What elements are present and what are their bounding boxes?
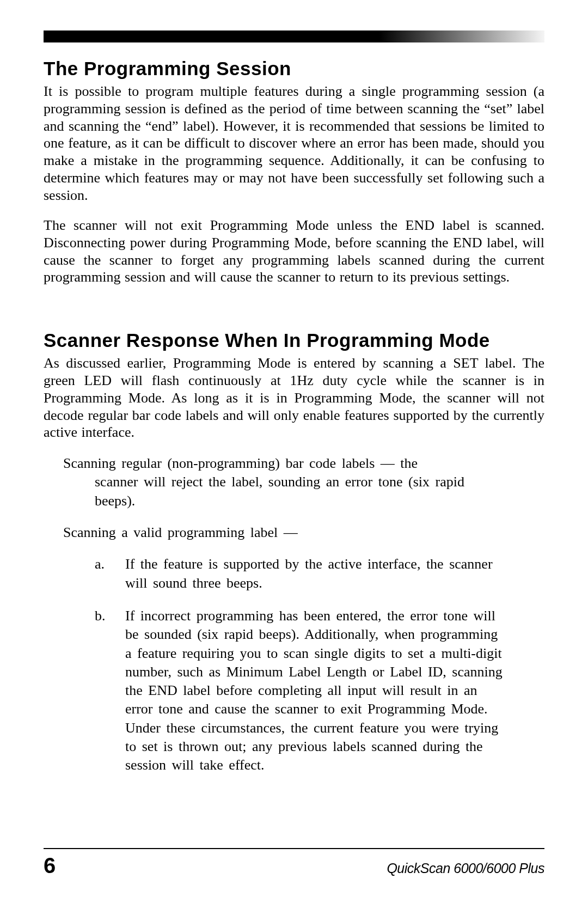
ordered-list: a. If the feature is supported by the ac… <box>95 555 506 774</box>
list-item-text: If the feature is supported by the activ… <box>125 556 493 590</box>
list-marker: a. <box>95 555 105 574</box>
list-marker: b. <box>95 607 106 625</box>
list-item: a. If the feature is supported by the ac… <box>95 555 506 593</box>
footer-rule <box>44 848 544 849</box>
text: Scanning regular (non-programming) bar c… <box>63 455 418 471</box>
list-item-text: If incorrect programming has been entere… <box>125 608 503 773</box>
page-number: 6 <box>44 855 56 876</box>
paragraph: As discussed earlier, Programming Mode i… <box>44 355 544 441</box>
section-heading-scanner-response: Scanner Response When In Programming Mod… <box>44 330 544 351</box>
page-footer: 6 QuickScan 6000/6000 Plus <box>44 848 544 876</box>
header-rule <box>44 30 544 42</box>
paragraph: It is possible to program multiple featu… <box>44 83 544 204</box>
document-page: The Programming Session It is possible t… <box>0 0 588 909</box>
list-lead: Scanning regular (non-programming) bar c… <box>63 454 506 510</box>
list-continuation: scanner will reject the label, sounding … <box>95 473 506 510</box>
paragraph: The scanner will not exit Programming Mo… <box>44 217 544 286</box>
section-heading-programming-session: The Programming Session <box>44 58 544 80</box>
document-title: QuickScan 6000/6000 Plus <box>387 861 544 876</box>
list-lead: Scanning a valid programming label — <box>63 523 506 542</box>
list-item: b. If incorrect programming has been ent… <box>95 607 506 775</box>
sub-block: Scanning regular (non-programming) bar c… <box>63 454 506 775</box>
